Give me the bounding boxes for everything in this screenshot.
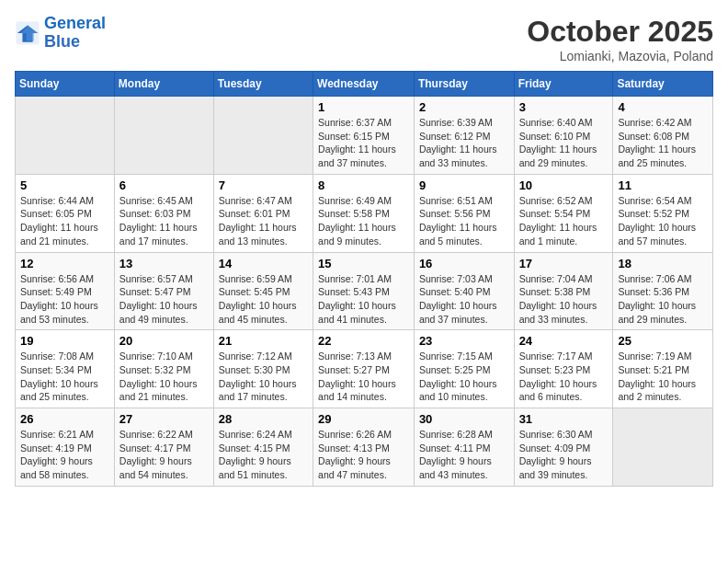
calendar-cell: 9Sunrise: 6:51 AM Sunset: 5:56 PM Daylig… (414, 174, 514, 252)
weekday-header-tuesday: Tuesday (213, 72, 313, 97)
calendar-cell: 7Sunrise: 6:47 AM Sunset: 6:01 PM Daylig… (213, 174, 313, 252)
day-number: 15 (318, 257, 409, 270)
day-info: Sunrise: 7:10 AM Sunset: 5:32 PM Dayligh… (119, 350, 209, 404)
day-info: Sunrise: 6:47 AM Sunset: 6:01 PM Dayligh… (219, 194, 308, 248)
day-info: Sunrise: 6:44 AM Sunset: 6:05 PM Dayligh… (20, 194, 109, 248)
day-info: Sunrise: 7:19 AM Sunset: 5:21 PM Dayligh… (618, 350, 708, 404)
calendar-week-row: 26Sunrise: 6:21 AM Sunset: 4:19 PM Dayli… (16, 408, 713, 487)
logo: General Blue (15, 15, 106, 52)
day-number: 10 (519, 178, 609, 192)
calendar-cell: 4Sunrise: 6:42 AM Sunset: 6:08 PM Daylig… (613, 97, 713, 175)
day-info: Sunrise: 6:24 AM Sunset: 4:15 PM Dayligh… (219, 428, 308, 482)
weekday-header-saturday: Saturday (613, 72, 713, 97)
day-info: Sunrise: 7:12 AM Sunset: 5:30 PM Dayligh… (219, 350, 308, 404)
calendar-cell: 27Sunrise: 6:22 AM Sunset: 4:17 PM Dayli… (114, 408, 213, 487)
day-number: 12 (20, 257, 109, 270)
day-number: 9 (419, 178, 509, 192)
day-info: Sunrise: 6:28 AM Sunset: 4:11 PM Dayligh… (419, 428, 509, 482)
calendar-cell: 18Sunrise: 7:06 AM Sunset: 5:36 PM Dayli… (613, 252, 713, 330)
calendar-cell: 5Sunrise: 6:44 AM Sunset: 6:05 PM Daylig… (16, 174, 115, 252)
calendar-week-row: 12Sunrise: 6:56 AM Sunset: 5:49 PM Dayli… (16, 252, 713, 330)
weekday-header-row: SundayMondayTuesdayWednesdayThursdayFrid… (16, 72, 713, 97)
calendar-week-row: 5Sunrise: 6:44 AM Sunset: 6:05 PM Daylig… (16, 174, 713, 252)
calendar-cell: 28Sunrise: 6:24 AM Sunset: 4:15 PM Dayli… (213, 408, 313, 487)
calendar-cell: 26Sunrise: 6:21 AM Sunset: 4:19 PM Dayli… (16, 408, 115, 487)
calendar-cell: 22Sunrise: 7:13 AM Sunset: 5:27 PM Dayli… (313, 330, 415, 408)
day-number: 27 (119, 412, 209, 426)
day-number: 22 (318, 334, 409, 348)
day-number: 11 (618, 178, 708, 192)
day-number: 7 (219, 178, 308, 192)
month-title: October 2025 (527, 15, 713, 49)
day-info: Sunrise: 7:13 AM Sunset: 5:27 PM Dayligh… (318, 350, 409, 404)
day-number: 13 (119, 257, 209, 270)
calendar-cell: 14Sunrise: 6:59 AM Sunset: 5:45 PM Dayli… (213, 252, 313, 330)
day-info: Sunrise: 7:17 AM Sunset: 5:23 PM Dayligh… (519, 350, 609, 404)
day-info: Sunrise: 6:26 AM Sunset: 4:13 PM Dayligh… (318, 428, 409, 482)
location-subtitle: Lomianki, Mazovia, Poland (527, 49, 713, 63)
calendar-cell (613, 408, 713, 487)
day-number: 3 (519, 100, 609, 114)
calendar-cell (114, 97, 213, 175)
calendar-week-row: 1Sunrise: 6:37 AM Sunset: 6:15 PM Daylig… (16, 97, 713, 175)
day-number: 21 (219, 334, 308, 348)
weekday-header-sunday: Sunday (16, 72, 115, 97)
calendar-cell: 17Sunrise: 7:04 AM Sunset: 5:38 PM Dayli… (514, 252, 613, 330)
logo-icon (15, 20, 40, 46)
day-info: Sunrise: 6:39 AM Sunset: 6:12 PM Dayligh… (419, 116, 509, 170)
day-number: 20 (119, 334, 209, 348)
day-info: Sunrise: 6:54 AM Sunset: 5:52 PM Dayligh… (618, 194, 708, 248)
calendar-cell: 31Sunrise: 6:30 AM Sunset: 4:09 PM Dayli… (514, 408, 613, 487)
day-info: Sunrise: 6:51 AM Sunset: 5:56 PM Dayligh… (419, 194, 509, 248)
calendar-table: SundayMondayTuesdayWednesdayThursdayFrid… (15, 71, 713, 487)
day-info: Sunrise: 6:37 AM Sunset: 6:15 PM Dayligh… (318, 116, 409, 170)
day-info: Sunrise: 7:06 AM Sunset: 5:36 PM Dayligh… (618, 272, 708, 327)
day-number: 31 (519, 412, 609, 426)
day-number: 14 (219, 257, 308, 270)
day-info: Sunrise: 6:40 AM Sunset: 6:10 PM Dayligh… (519, 116, 609, 170)
day-number: 17 (519, 257, 609, 270)
day-number: 26 (20, 412, 109, 426)
day-info: Sunrise: 6:57 AM Sunset: 5:47 PM Dayligh… (119, 272, 209, 327)
day-number: 29 (318, 412, 409, 426)
day-number: 18 (618, 257, 708, 270)
day-info: Sunrise: 6:56 AM Sunset: 5:49 PM Dayligh… (20, 272, 109, 327)
day-number: 16 (419, 257, 509, 270)
day-number: 30 (419, 412, 509, 426)
title-block: October 2025 Lomianki, Mazovia, Poland (527, 15, 713, 63)
calendar-cell: 10Sunrise: 6:52 AM Sunset: 5:54 PM Dayli… (514, 174, 613, 252)
calendar-cell: 11Sunrise: 6:54 AM Sunset: 5:52 PM Dayli… (613, 174, 713, 252)
calendar-cell: 30Sunrise: 6:28 AM Sunset: 4:11 PM Dayli… (414, 408, 514, 487)
calendar-cell: 13Sunrise: 6:57 AM Sunset: 5:47 PM Dayli… (114, 252, 213, 330)
calendar-cell: 15Sunrise: 7:01 AM Sunset: 5:43 PM Dayli… (313, 252, 415, 330)
weekday-header-wednesday: Wednesday (313, 72, 415, 97)
day-number: 2 (419, 100, 509, 114)
day-info: Sunrise: 7:04 AM Sunset: 5:38 PM Dayligh… (519, 272, 609, 327)
day-number: 6 (119, 178, 209, 192)
calendar-cell: 12Sunrise: 6:56 AM Sunset: 5:49 PM Dayli… (16, 252, 115, 330)
calendar-cell: 8Sunrise: 6:49 AM Sunset: 5:58 PM Daylig… (313, 174, 415, 252)
day-number: 8 (318, 178, 409, 192)
logo-line1: General (44, 14, 106, 32)
day-info: Sunrise: 6:59 AM Sunset: 5:45 PM Dayligh… (219, 272, 308, 327)
logo-text: General Blue (44, 15, 106, 52)
calendar-week-row: 19Sunrise: 7:08 AM Sunset: 5:34 PM Dayli… (16, 330, 713, 408)
calendar-cell (213, 97, 313, 175)
day-info: Sunrise: 6:45 AM Sunset: 6:03 PM Dayligh… (119, 194, 209, 248)
calendar-cell: 1Sunrise: 6:37 AM Sunset: 6:15 PM Daylig… (313, 97, 415, 175)
weekday-header-friday: Friday (514, 72, 613, 97)
day-number: 23 (419, 334, 509, 348)
day-info: Sunrise: 7:01 AM Sunset: 5:43 PM Dayligh… (318, 272, 409, 327)
day-number: 28 (219, 412, 308, 426)
day-info: Sunrise: 6:42 AM Sunset: 6:08 PM Dayligh… (618, 116, 708, 170)
calendar-cell: 20Sunrise: 7:10 AM Sunset: 5:32 PM Dayli… (114, 330, 213, 408)
day-info: Sunrise: 7:03 AM Sunset: 5:40 PM Dayligh… (419, 272, 509, 327)
page-header: General Blue October 2025 Lomianki, Mazo… (15, 15, 713, 63)
calendar-cell: 24Sunrise: 7:17 AM Sunset: 5:23 PM Dayli… (514, 330, 613, 408)
weekday-header-thursday: Thursday (414, 72, 514, 97)
day-number: 1 (318, 100, 409, 114)
calendar-cell: 25Sunrise: 7:19 AM Sunset: 5:21 PM Dayli… (613, 330, 713, 408)
calendar-cell: 3Sunrise: 6:40 AM Sunset: 6:10 PM Daylig… (514, 97, 613, 175)
calendar-cell: 2Sunrise: 6:39 AM Sunset: 6:12 PM Daylig… (414, 97, 514, 175)
day-info: Sunrise: 6:21 AM Sunset: 4:19 PM Dayligh… (20, 428, 109, 482)
